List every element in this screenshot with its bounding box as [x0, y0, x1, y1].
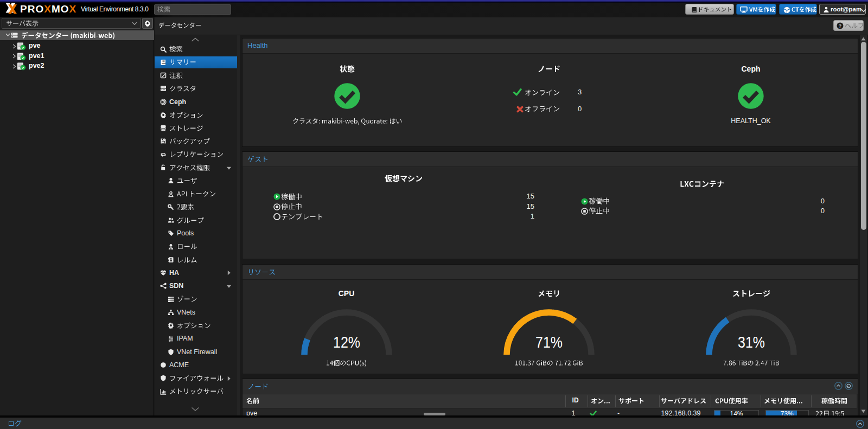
- svg-text:?: ?: [839, 23, 842, 29]
